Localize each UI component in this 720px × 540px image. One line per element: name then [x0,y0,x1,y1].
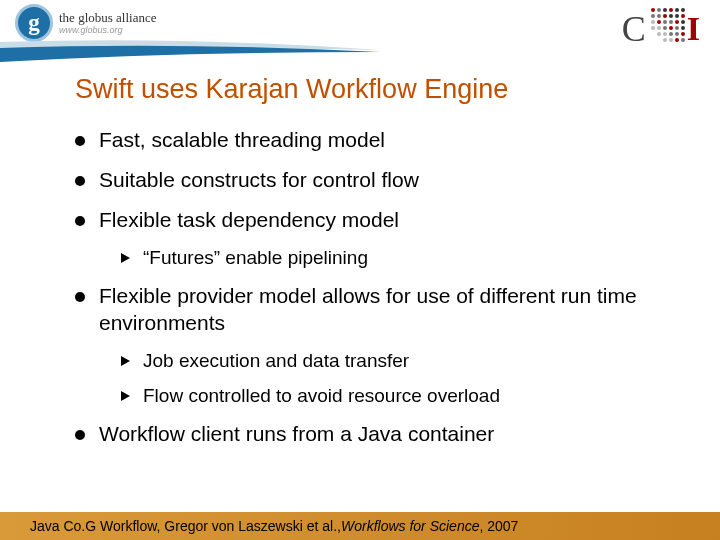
sub-bullet-list: “Futures” enable pipelining [121,246,665,270]
globus-url: www.globus.org [59,26,156,35]
bullet-text: Fast, scalable threading model [99,128,385,151]
bullet-text: Workflow client runs from a Java contain… [99,422,494,445]
bullet-item: Workflow client runs from a Java contain… [75,421,665,448]
slide-content: Swift uses Karajan Workflow Engine Fast,… [0,60,720,448]
bullet-text: Suitable constructs for control flow [99,168,419,191]
sub-bullet-item: Flow controlled to avoid resource overlo… [121,384,665,408]
ci-c-letter: C [622,8,646,50]
footer-suffix: , 2007 [479,518,518,534]
ci-dots-icon [651,8,685,42]
footer-italic: Workflows for Science [341,518,479,534]
bullet-item: Suitable constructs for control flow [75,167,665,194]
ci-i-letter: I [687,10,700,48]
ci-logo: C I [622,8,700,50]
bullet-item: Fast, scalable threading model [75,127,665,154]
bullet-text: Flexible task dependency model [99,208,399,231]
footer-prefix: Java Co.G Workflow, Gregor von Laszewski… [30,518,341,534]
bullet-text: Flexible provider model allows for use o… [99,284,637,334]
slide-header: g the globus alliance www.globus.org C I [0,0,720,60]
globus-text: the globus alliance www.globus.org [59,11,156,35]
swoosh-graphic [0,36,380,66]
bullet-item: Flexible task dependency model“Futures” … [75,207,665,270]
globus-title: the globus alliance [59,11,156,24]
sub-bullet-item: Job execution and data transfer [121,349,665,373]
bullet-list: Fast, scalable threading modelSuitable c… [75,127,665,448]
sub-bullet-item: “Futures” enable pipelining [121,246,665,270]
slide-title: Swift uses Karajan Workflow Engine [75,74,665,105]
bullet-item: Flexible provider model allows for use o… [75,283,665,408]
slide-footer: Java Co.G Workflow, Gregor von Laszewski… [0,512,720,540]
sub-bullet-list: Job execution and data transferFlow cont… [121,349,665,409]
